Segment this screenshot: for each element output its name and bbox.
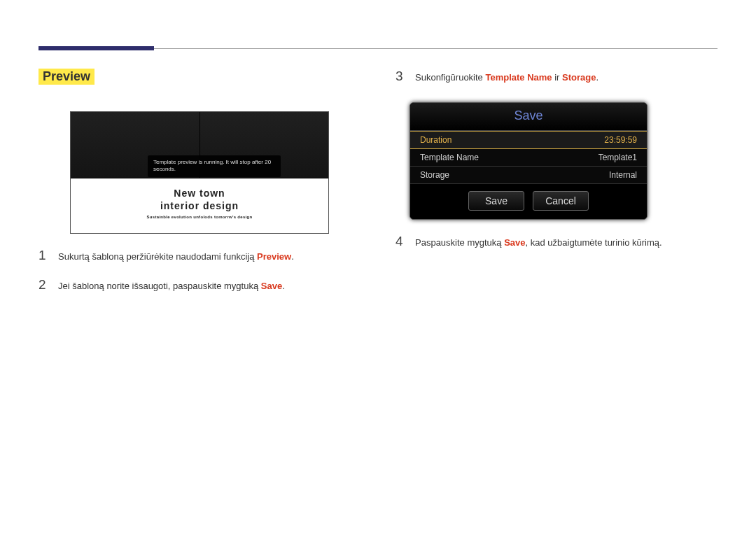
step-text: Jei šabloną norite išsaugoti, paspauskit…	[58, 280, 285, 293]
dialog-row-duration[interactable]: Duration 23:59:59	[410, 131, 647, 149]
step-post: .	[291, 251, 294, 262]
step-pre: Sukonfigūruokite	[415, 72, 485, 83]
dialog-rows: Duration 23:59:59 Template Name Template…	[410, 130, 647, 184]
dialog-row-storage[interactable]: Storage Internal	[410, 167, 647, 184]
row-label: Template Name	[420, 153, 479, 162]
step-1: 1 Sukurtą šabloną peržiūrėkite naudodami…	[38, 248, 360, 263]
header-rule	[38, 28, 718, 49]
step-pre: Jei šabloną norite išsaugoti, paspauskit…	[58, 281, 261, 291]
keyword: Template Name	[485, 72, 552, 83]
header-accent-bar	[38, 46, 154, 50]
step-post: .	[282, 281, 285, 291]
row-label: Storage	[420, 170, 449, 180]
step-pre: Sukurtą šabloną peržiūrėkite naudodami f…	[58, 251, 257, 262]
step-number: 4	[396, 234, 404, 249]
step-3: 3 Sukonfigūruokite Template Name ir Stor…	[396, 69, 718, 84]
step-2: 2 Jei šabloną norite išsaugoti, paspausk…	[38, 277, 360, 293]
keyword: Save	[261, 281, 282, 291]
dialog-title: Save	[410, 103, 647, 130]
cancel-button[interactable]: Cancel	[533, 191, 589, 211]
step-pre: Paspauskite mygtuką	[415, 237, 504, 248]
preview-title-line1: New town	[71, 188, 328, 200]
section-title: Preview	[38, 69, 94, 85]
row-value: Template1	[598, 153, 637, 162]
keyword: Save	[504, 237, 525, 248]
step-number: 2	[38, 277, 47, 293]
row-label: Duration	[420, 135, 451, 145]
preview-title-line2: interior design	[71, 200, 328, 213]
keyword: Preview	[257, 251, 291, 262]
preview-tooltip: Template preview is running. It will sto…	[148, 155, 281, 177]
step-4: 4 Paspauskite mygtuką Save, kad užbaigtu…	[396, 234, 718, 249]
step-number: 3	[396, 69, 404, 84]
save-button[interactable]: Save	[468, 191, 524, 211]
step-mid: ir	[552, 72, 562, 83]
keyword: Storage	[562, 72, 596, 83]
step-number: 1	[38, 248, 47, 263]
dialog-actions: Save Cancel	[410, 184, 647, 219]
step-post: .	[596, 72, 598, 83]
save-dialog: Save Duration 23:59:59 Template Name Tem…	[410, 102, 648, 220]
step-post: , kad užbaigtumėte turinio kūrimą.	[526, 237, 662, 248]
preview-subtitle: Sustainble evolution unfolods tomorrw's …	[71, 215, 328, 219]
step-text: Sukurtą šabloną peržiūrėkite naudodami f…	[58, 251, 294, 263]
row-value: Internal	[609, 170, 637, 180]
preview-bottom-area: New town interior design Sustainble evol…	[71, 178, 328, 233]
preview-screenshot: Template preview is running. It will sto…	[70, 111, 329, 234]
step-text: Paspauskite mygtuką Save, kad užbaigtumė…	[415, 237, 662, 249]
dialog-row-template-name[interactable]: Template Name Template1	[410, 149, 647, 167]
step-text: Sukonfigūruokite Template Name ir Storag…	[415, 71, 598, 84]
row-value: 23:59:59	[604, 135, 637, 145]
